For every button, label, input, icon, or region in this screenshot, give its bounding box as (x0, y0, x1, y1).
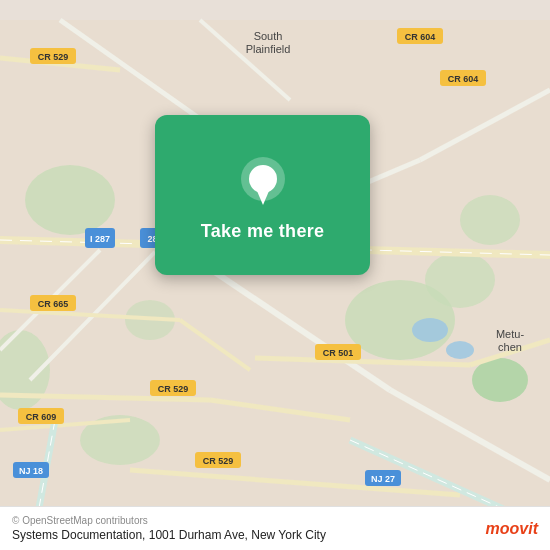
svg-point-10 (446, 341, 474, 359)
svg-point-9 (412, 318, 448, 342)
pin-inner-circle (249, 165, 277, 193)
svg-text:Plainfield: Plainfield (246, 43, 291, 55)
svg-text:CR 604: CR 604 (405, 32, 436, 42)
take-me-there-button[interactable]: Take me there (155, 115, 370, 275)
moovit-text: moovit (486, 520, 538, 538)
svg-text:Metu-: Metu- (496, 328, 524, 340)
svg-text:CR 604: CR 604 (448, 74, 479, 84)
svg-text:CR 501: CR 501 (323, 348, 354, 358)
svg-point-4 (460, 195, 520, 245)
map-attribution: © OpenStreetMap contributors (12, 515, 326, 526)
svg-text:CR 529: CR 529 (203, 456, 234, 466)
map-container: CR 604 CR 604 CR 529 South Plainfield I … (0, 0, 550, 550)
svg-text:CR 529: CR 529 (38, 52, 69, 62)
info-bar: © OpenStreetMap contributors Systems Doc… (0, 506, 550, 550)
location-pin-icon (238, 149, 288, 209)
svg-point-3 (25, 165, 115, 235)
action-label: Take me there (201, 221, 325, 242)
address-text: Systems Documentation, 1001 Durham Ave, … (12, 528, 326, 542)
info-left: © OpenStreetMap contributors Systems Doc… (12, 515, 326, 542)
moovit-logo: moovit (486, 520, 538, 538)
svg-point-5 (472, 358, 528, 402)
svg-text:CR 529: CR 529 (158, 384, 189, 394)
svg-point-2 (425, 252, 495, 308)
svg-text:CR 665: CR 665 (38, 299, 69, 309)
svg-text:South: South (254, 30, 283, 42)
svg-text:NJ 18: NJ 18 (19, 466, 43, 476)
pin-outer-ring (241, 157, 285, 201)
svg-text:I 287: I 287 (90, 234, 110, 244)
svg-text:CR 609: CR 609 (26, 412, 57, 422)
svg-text:NJ 27: NJ 27 (371, 474, 395, 484)
svg-text:chen: chen (498, 341, 522, 353)
